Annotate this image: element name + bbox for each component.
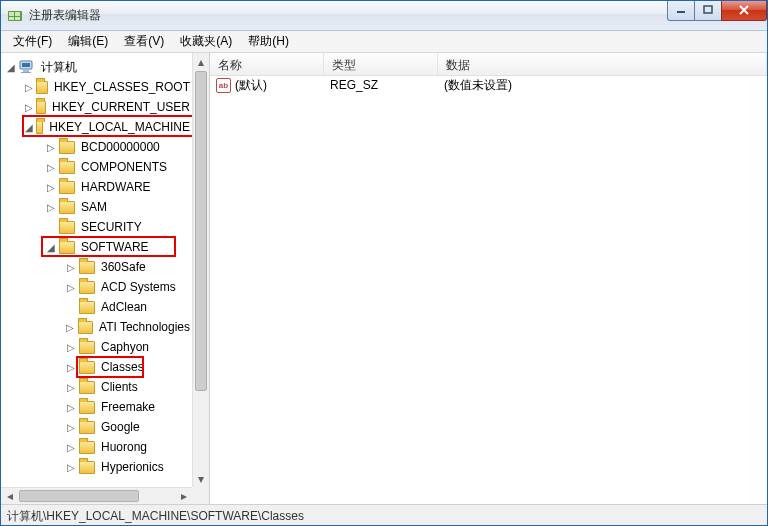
folder-icon	[79, 461, 95, 474]
tree-label: SOFTWARE	[79, 239, 151, 255]
string-value-icon: ab	[216, 78, 231, 93]
main-area: ◢ 计算机 ▷HKEY_CLASSES_ROOT ▷HKEY_CURRENT_U…	[1, 53, 767, 504]
svg-rect-10	[21, 72, 31, 73]
scroll-right-icon[interactable]: ▸	[175, 488, 192, 504]
expand-icon[interactable]: ▷	[65, 282, 76, 293]
tree-label: Classes	[99, 359, 146, 375]
folder-icon	[59, 241, 75, 254]
folder-icon	[79, 301, 95, 314]
folder-icon	[79, 341, 95, 354]
tree-freemake[interactable]: ▷Freemake	[1, 397, 192, 417]
tree-label: Google	[99, 419, 142, 435]
expand-icon[interactable]: ▷	[65, 362, 76, 373]
menu-view[interactable]: 查看(V)	[116, 31, 172, 52]
maximize-button[interactable]	[694, 1, 722, 21]
expand-icon[interactable]: ▷	[65, 382, 76, 393]
tree-label: HKEY_CLASSES_ROOT	[52, 79, 192, 95]
tree-label: Caphyon	[99, 339, 151, 355]
status-path: 计算机\HKEY_LOCAL_MACHINE\SOFTWARE\Classes	[7, 509, 304, 523]
scroll-corner	[192, 487, 209, 504]
scroll-up-icon[interactable]: ▴	[193, 53, 209, 70]
expand-icon[interactable]: ▷	[45, 182, 56, 193]
tree-label: Freemake	[99, 399, 157, 415]
expand-icon[interactable]: ▷	[65, 342, 76, 353]
scroll-thumb[interactable]	[19, 490, 139, 502]
tree-hkcr[interactable]: ▷HKEY_CLASSES_ROOT	[1, 77, 192, 97]
status-bar: 计算机\HKEY_LOCAL_MACHINE\SOFTWARE\Classes	[1, 504, 767, 526]
minimize-button[interactable]	[667, 1, 695, 21]
expand-icon[interactable]: ▷	[65, 402, 76, 413]
menu-edit[interactable]: 编辑(E)	[60, 31, 116, 52]
tree-caphyon[interactable]: ▷Caphyon	[1, 337, 192, 357]
scroll-down-icon[interactable]: ▾	[193, 470, 209, 487]
folder-icon	[78, 321, 93, 334]
expand-icon[interactable]: ▷	[25, 82, 33, 93]
app-icon	[7, 8, 23, 24]
tree-hscrollbar[interactable]: ◂ ▸	[1, 487, 192, 504]
tree-software[interactable]: ◢SOFTWARE	[1, 237, 192, 257]
expand-icon[interactable]: ▷	[65, 462, 76, 473]
close-button[interactable]	[721, 1, 767, 21]
tree-clients[interactable]: ▷Clients	[1, 377, 192, 397]
registry-tree[interactable]: ◢ 计算机 ▷HKEY_CLASSES_ROOT ▷HKEY_CURRENT_U…	[1, 53, 192, 487]
collapse-icon[interactable]: ◢	[45, 242, 56, 253]
svg-rect-4	[15, 17, 20, 20]
menu-file[interactable]: 文件(F)	[5, 31, 60, 52]
col-name[interactable]: 名称	[210, 53, 324, 75]
col-type[interactable]: 类型	[324, 53, 438, 75]
tree-ati[interactable]: ▷ATI Technologies	[1, 317, 192, 337]
window-title: 注册表编辑器	[29, 7, 668, 24]
folder-icon	[79, 361, 95, 374]
folder-icon	[59, 201, 75, 214]
menu-favorites[interactable]: 收藏夹(A)	[172, 31, 240, 52]
folder-icon	[79, 261, 95, 274]
tree-label: HKEY_LOCAL_MACHINE	[47, 119, 192, 135]
tree-hyperionics[interactable]: ▷Hyperionics	[1, 457, 192, 477]
collapse-icon[interactable]: ◢	[5, 62, 16, 73]
tree-components[interactable]: ▷COMPONENTS	[1, 157, 192, 177]
tree-label: AdClean	[99, 299, 149, 315]
list-row[interactable]: ab (默认) REG_SZ (数值未设置)	[210, 76, 767, 94]
menu-help[interactable]: 帮助(H)	[240, 31, 297, 52]
tree-label: 计算机	[39, 58, 79, 77]
folder-icon	[36, 101, 46, 114]
scroll-thumb[interactable]	[195, 71, 207, 391]
tree-google[interactable]: ▷Google	[1, 417, 192, 437]
tree-sam[interactable]: ▷SAM	[1, 197, 192, 217]
folder-icon	[36, 81, 48, 94]
folder-icon	[79, 421, 95, 434]
tree-hardware[interactable]: ▷HARDWARE	[1, 177, 192, 197]
tree-bcd[interactable]: ▷BCD00000000	[1, 137, 192, 157]
tree-hkcu[interactable]: ▷HKEY_CURRENT_USER	[1, 97, 192, 117]
col-data[interactable]: 数据	[438, 53, 767, 75]
svg-rect-9	[23, 70, 29, 72]
expand-icon[interactable]: ▷	[65, 322, 75, 333]
expand-icon[interactable]: ▷	[45, 142, 56, 153]
folder-icon	[79, 281, 95, 294]
expand-icon[interactable]: ▷	[25, 102, 33, 113]
folder-icon	[59, 141, 75, 154]
collapse-icon[interactable]: ◢	[25, 122, 33, 133]
folder-icon	[36, 121, 43, 134]
folder-icon	[79, 381, 95, 394]
title-bar: 注册表编辑器	[1, 1, 767, 31]
tree-root[interactable]: ◢ 计算机	[1, 57, 192, 77]
tree-acd[interactable]: ▷ACD Systems	[1, 277, 192, 297]
tree-label: SECURITY	[79, 219, 144, 235]
tree-vscrollbar[interactable]: ▴ ▾	[192, 53, 209, 487]
tree-360safe[interactable]: ▷360Safe	[1, 257, 192, 277]
tree-adclean[interactable]: ▷AdClean	[1, 297, 192, 317]
computer-icon	[19, 60, 35, 74]
expand-icon[interactable]: ▷	[65, 422, 76, 433]
expand-icon[interactable]: ▷	[45, 162, 56, 173]
expand-icon[interactable]: ▷	[65, 262, 76, 273]
tree-security[interactable]: ▷SECURITY	[1, 217, 192, 237]
tree-label: ACD Systems	[99, 279, 178, 295]
expand-icon[interactable]: ▷	[45, 202, 56, 213]
tree-huorong[interactable]: ▷Huorong	[1, 437, 192, 457]
tree-classes[interactable]: ▷Classes	[1, 357, 192, 377]
expand-icon[interactable]: ▷	[65, 442, 76, 453]
tree-hklm[interactable]: ◢HKEY_LOCAL_MACHINE	[1, 117, 192, 137]
cell-data: (数值未设置)	[438, 77, 767, 94]
scroll-left-icon[interactable]: ◂	[1, 488, 18, 504]
